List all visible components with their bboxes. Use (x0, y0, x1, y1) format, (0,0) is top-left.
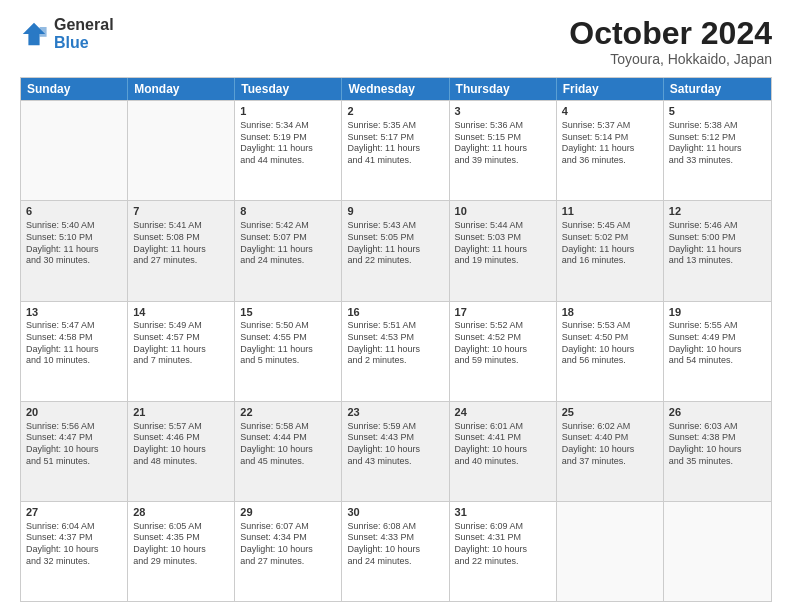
cal-week-3: 20Sunrise: 5:56 AM Sunset: 4:47 PM Dayli… (21, 401, 771, 501)
cal-header-tuesday: Tuesday (235, 78, 342, 100)
day-number: 21 (133, 405, 229, 420)
day-number: 17 (455, 305, 551, 320)
day-info: Sunrise: 6:05 AM Sunset: 4:35 PM Dayligh… (133, 521, 229, 568)
cal-header-friday: Friday (557, 78, 664, 100)
day-number: 26 (669, 405, 766, 420)
cal-cell-week3-day1: 21Sunrise: 5:57 AM Sunset: 4:46 PM Dayli… (128, 402, 235, 501)
cal-cell-week3-day2: 22Sunrise: 5:58 AM Sunset: 4:44 PM Dayli… (235, 402, 342, 501)
day-number: 11 (562, 204, 658, 219)
title-block: October 2024 Toyoura, Hokkaido, Japan (569, 16, 772, 67)
cal-week-2: 13Sunrise: 5:47 AM Sunset: 4:58 PM Dayli… (21, 301, 771, 401)
day-number: 9 (347, 204, 443, 219)
day-info: Sunrise: 5:50 AM Sunset: 4:55 PM Dayligh… (240, 320, 336, 367)
cal-cell-week4-day6 (664, 502, 771, 601)
day-info: Sunrise: 6:03 AM Sunset: 4:38 PM Dayligh… (669, 421, 766, 468)
day-info: Sunrise: 5:42 AM Sunset: 5:07 PM Dayligh… (240, 220, 336, 267)
day-info: Sunrise: 5:51 AM Sunset: 4:53 PM Dayligh… (347, 320, 443, 367)
cal-cell-week0-day0 (21, 101, 128, 200)
cal-cell-week0-day6: 5Sunrise: 5:38 AM Sunset: 5:12 PM Daylig… (664, 101, 771, 200)
day-number: 8 (240, 204, 336, 219)
day-info: Sunrise: 5:53 AM Sunset: 4:50 PM Dayligh… (562, 320, 658, 367)
day-number: 4 (562, 104, 658, 119)
day-info: Sunrise: 5:47 AM Sunset: 4:58 PM Dayligh… (26, 320, 122, 367)
calendar-header-row: SundayMondayTuesdayWednesdayThursdayFrid… (21, 78, 771, 100)
day-number: 2 (347, 104, 443, 119)
day-info: Sunrise: 5:44 AM Sunset: 5:03 PM Dayligh… (455, 220, 551, 267)
day-info: Sunrise: 5:36 AM Sunset: 5:15 PM Dayligh… (455, 120, 551, 167)
day-number: 25 (562, 405, 658, 420)
day-number: 12 (669, 204, 766, 219)
day-number: 13 (26, 305, 122, 320)
day-number: 10 (455, 204, 551, 219)
cal-cell-week4-day5 (557, 502, 664, 601)
cal-week-0: 1Sunrise: 5:34 AM Sunset: 5:19 PM Daylig… (21, 100, 771, 200)
day-info: Sunrise: 5:37 AM Sunset: 5:14 PM Dayligh… (562, 120, 658, 167)
day-number: 14 (133, 305, 229, 320)
cal-cell-week2-day3: 16Sunrise: 5:51 AM Sunset: 4:53 PM Dayli… (342, 302, 449, 401)
day-number: 5 (669, 104, 766, 119)
cal-cell-week3-day3: 23Sunrise: 5:59 AM Sunset: 4:43 PM Dayli… (342, 402, 449, 501)
cal-cell-week3-day6: 26Sunrise: 6:03 AM Sunset: 4:38 PM Dayli… (664, 402, 771, 501)
cal-cell-week2-day4: 17Sunrise: 5:52 AM Sunset: 4:52 PM Dayli… (450, 302, 557, 401)
cal-cell-week4-day1: 28Sunrise: 6:05 AM Sunset: 4:35 PM Dayli… (128, 502, 235, 601)
day-info: Sunrise: 5:45 AM Sunset: 5:02 PM Dayligh… (562, 220, 658, 267)
day-number: 7 (133, 204, 229, 219)
month-title: October 2024 (569, 16, 772, 51)
cal-header-thursday: Thursday (450, 78, 557, 100)
day-number: 30 (347, 505, 443, 520)
day-info: Sunrise: 6:04 AM Sunset: 4:37 PM Dayligh… (26, 521, 122, 568)
day-info: Sunrise: 5:58 AM Sunset: 4:44 PM Dayligh… (240, 421, 336, 468)
cal-cell-week4-day2: 29Sunrise: 6:07 AM Sunset: 4:34 PM Dayli… (235, 502, 342, 601)
page: General Blue October 2024 Toyoura, Hokka… (0, 0, 792, 612)
day-info: Sunrise: 5:49 AM Sunset: 4:57 PM Dayligh… (133, 320, 229, 367)
cal-cell-week1-day5: 11Sunrise: 5:45 AM Sunset: 5:02 PM Dayli… (557, 201, 664, 300)
cal-cell-week4-day0: 27Sunrise: 6:04 AM Sunset: 4:37 PM Dayli… (21, 502, 128, 601)
logo-general-text: General (54, 16, 114, 34)
cal-cell-week1-day6: 12Sunrise: 5:46 AM Sunset: 5:00 PM Dayli… (664, 201, 771, 300)
day-number: 24 (455, 405, 551, 420)
day-info: Sunrise: 6:02 AM Sunset: 4:40 PM Dayligh… (562, 421, 658, 468)
day-info: Sunrise: 5:35 AM Sunset: 5:17 PM Dayligh… (347, 120, 443, 167)
day-info: Sunrise: 5:46 AM Sunset: 5:00 PM Dayligh… (669, 220, 766, 267)
day-number: 16 (347, 305, 443, 320)
day-info: Sunrise: 6:08 AM Sunset: 4:33 PM Dayligh… (347, 521, 443, 568)
day-number: 29 (240, 505, 336, 520)
day-number: 1 (240, 104, 336, 119)
day-info: Sunrise: 5:52 AM Sunset: 4:52 PM Dayligh… (455, 320, 551, 367)
day-number: 6 (26, 204, 122, 219)
day-info: Sunrise: 5:56 AM Sunset: 4:47 PM Dayligh… (26, 421, 122, 468)
cal-cell-week2-day2: 15Sunrise: 5:50 AM Sunset: 4:55 PM Dayli… (235, 302, 342, 401)
cal-cell-week2-day1: 14Sunrise: 5:49 AM Sunset: 4:57 PM Dayli… (128, 302, 235, 401)
cal-cell-week3-day0: 20Sunrise: 5:56 AM Sunset: 4:47 PM Dayli… (21, 402, 128, 501)
calendar-body: 1Sunrise: 5:34 AM Sunset: 5:19 PM Daylig… (21, 100, 771, 601)
day-number: 19 (669, 305, 766, 320)
calendar: SundayMondayTuesdayWednesdayThursdayFrid… (20, 77, 772, 602)
cal-cell-week4-day3: 30Sunrise: 6:08 AM Sunset: 4:33 PM Dayli… (342, 502, 449, 601)
cal-week-4: 27Sunrise: 6:04 AM Sunset: 4:37 PM Dayli… (21, 501, 771, 601)
cal-cell-week2-day6: 19Sunrise: 5:55 AM Sunset: 4:49 PM Dayli… (664, 302, 771, 401)
cal-cell-week3-day5: 25Sunrise: 6:02 AM Sunset: 4:40 PM Dayli… (557, 402, 664, 501)
cal-cell-week1-day1: 7Sunrise: 5:41 AM Sunset: 5:08 PM Daylig… (128, 201, 235, 300)
cal-header-saturday: Saturday (664, 78, 771, 100)
cal-header-monday: Monday (128, 78, 235, 100)
cal-header-wednesday: Wednesday (342, 78, 449, 100)
cal-cell-week2-day5: 18Sunrise: 5:53 AM Sunset: 4:50 PM Dayli… (557, 302, 664, 401)
svg-marker-1 (40, 27, 47, 37)
day-info: Sunrise: 5:55 AM Sunset: 4:49 PM Dayligh… (669, 320, 766, 367)
cal-header-sunday: Sunday (21, 78, 128, 100)
cal-cell-week3-day4: 24Sunrise: 6:01 AM Sunset: 4:41 PM Dayli… (450, 402, 557, 501)
day-info: Sunrise: 6:07 AM Sunset: 4:34 PM Dayligh… (240, 521, 336, 568)
day-info: Sunrise: 5:40 AM Sunset: 5:10 PM Dayligh… (26, 220, 122, 267)
day-number: 18 (562, 305, 658, 320)
day-number: 23 (347, 405, 443, 420)
day-info: Sunrise: 5:43 AM Sunset: 5:05 PM Dayligh… (347, 220, 443, 267)
cal-cell-week2-day0: 13Sunrise: 5:47 AM Sunset: 4:58 PM Dayli… (21, 302, 128, 401)
logo-blue-text: Blue (54, 34, 114, 52)
day-info: Sunrise: 5:57 AM Sunset: 4:46 PM Dayligh… (133, 421, 229, 468)
day-info: Sunrise: 6:01 AM Sunset: 4:41 PM Dayligh… (455, 421, 551, 468)
cal-cell-week0-day4: 3Sunrise: 5:36 AM Sunset: 5:15 PM Daylig… (450, 101, 557, 200)
logo-text: General Blue (54, 16, 114, 51)
day-number: 20 (26, 405, 122, 420)
location: Toyoura, Hokkaido, Japan (569, 51, 772, 67)
day-info: Sunrise: 6:09 AM Sunset: 4:31 PM Dayligh… (455, 521, 551, 568)
